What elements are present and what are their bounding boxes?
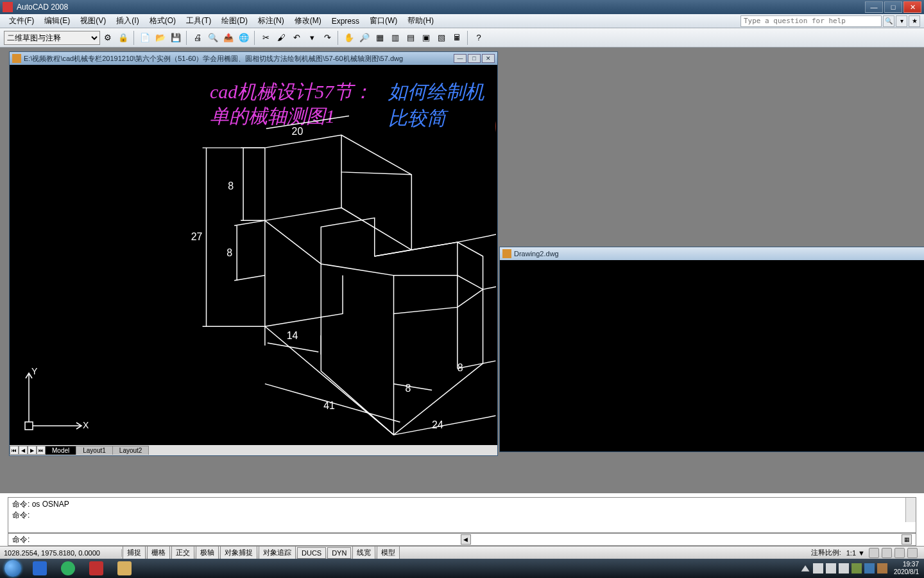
close-button[interactable]: ✕ [903, 1, 921, 13]
tray-network-icon[interactable] [826, 563, 836, 574]
toggle-otrack[interactable]: 对象追踪 [259, 546, 296, 559]
tab-prev-icon[interactable]: ◀ [19, 446, 28, 455]
svg-line-18 [394, 384, 432, 390]
tray-time: 19:37 [894, 561, 919, 568]
markup-icon[interactable]: ▧ [434, 31, 449, 45]
command-line-2: 命令: [12, 510, 912, 521]
coordinate-display[interactable]: 1028.2554, 1975.8180, 0.0000 [0, 549, 122, 557]
drawing1-titlebar[interactable]: E:\视频教程\cad机械专栏20191210\第六个实例（51-60）学会用椭… [10, 52, 497, 65]
workspace-lock-icon[interactable]: 🔒 [116, 31, 130, 45]
tray-app-icon[interactable] [851, 563, 862, 574]
favorites-icon[interactable]: ★ [909, 15, 920, 27]
drawing1-maximize-button[interactable]: □ [468, 54, 481, 63]
command-history[interactable]: 命令: os OSNAP 命令: [8, 497, 916, 533]
drawing1-minimize-button[interactable]: — [454, 54, 466, 63]
menu-window[interactable]: 窗口(W) [364, 14, 402, 28]
tray-app3-icon[interactable] [877, 563, 887, 574]
toggle-model[interactable]: 模型 [377, 546, 400, 559]
tray-flag-icon[interactable] [813, 563, 823, 574]
3dprint-icon[interactable]: 🌐 [237, 31, 251, 45]
menu-edit[interactable]: 编辑(E) [39, 14, 75, 28]
workspace-select[interactable]: 二维草图与注释 [4, 31, 100, 45]
save-icon[interactable]: 💾 [169, 31, 183, 45]
maximize-button[interactable]: □ [884, 1, 902, 13]
drawing2-canvas[interactable] [500, 260, 924, 451]
toggle-ortho[interactable]: 正交 [171, 546, 194, 559]
menu-dimension[interactable]: 标注(N) [253, 14, 289, 28]
lock-ui-icon[interactable] [894, 548, 905, 558]
svg-text:8: 8 [458, 362, 463, 373]
toggle-ducs[interactable]: DUCS [297, 547, 326, 559]
command-input[interactable]: 命令: ◀ ▦ [8, 533, 916, 546]
toggle-grid[interactable]: 栅格 [147, 546, 170, 559]
svg-line-16 [483, 283, 496, 290]
annovisibility-icon[interactable] [869, 548, 879, 558]
toggle-polar[interactable]: 极轴 [196, 546, 219, 559]
zoom-icon[interactable]: 🔎 [357, 31, 372, 45]
tab-last-icon[interactable]: ⏭ [37, 446, 46, 455]
command-scrollbar[interactable] [905, 498, 916, 522]
taskbar-app-autocad[interactable] [83, 559, 109, 577]
tab-layout2[interactable]: Layout2 [112, 446, 150, 455]
undo-dropdown-icon[interactable]: ▾ [305, 31, 319, 45]
autoscale-icon[interactable] [882, 548, 892, 558]
help-icon[interactable]: ? [472, 31, 486, 45]
command-menu-icon[interactable]: ◀ [461, 534, 471, 545]
new-icon[interactable]: 📄 [138, 31, 152, 45]
help-search-input[interactable] [740, 15, 882, 27]
plot-preview-icon[interactable]: 🔍 [206, 31, 220, 45]
menu-express[interactable]: Express [327, 15, 364, 27]
drawing2-titlebar[interactable]: Drawing2.dwg [500, 247, 924, 260]
undo-icon[interactable]: ↶ [289, 31, 304, 45]
drawing1-canvas[interactable]: cad机械设计57节： 如何绘制机比较简 单的械轴测图1 ↖ [11, 65, 496, 445]
tab-first-icon[interactable]: ⏮ [10, 446, 19, 455]
print-icon[interactable]: 🖨 [191, 31, 205, 45]
menu-file[interactable]: 文件(F) [4, 14, 39, 28]
svg-line-7 [234, 276, 265, 281]
tool-palettes-icon[interactable]: ▥ [388, 31, 402, 45]
clean-screen-icon[interactable] [907, 548, 918, 558]
toggle-snap[interactable]: 捕捉 [123, 546, 146, 559]
minimize-button[interactable]: — [865, 1, 883, 13]
menu-modify[interactable]: 修改(M) [289, 14, 327, 28]
menu-view[interactable]: 视图(V) [75, 14, 111, 28]
taskbar-app-explorer[interactable] [112, 559, 137, 577]
toggle-lwt[interactable]: 线宽 [352, 546, 375, 559]
open-icon[interactable]: 📂 [153, 31, 167, 45]
quickcalc-icon[interactable]: 🖩 [450, 31, 464, 45]
publish-icon[interactable]: 📤 [221, 31, 235, 45]
match-prop-icon[interactable]: 🖌 [274, 31, 288, 45]
taskbar-app-1[interactable] [27, 559, 53, 577]
tray-clock[interactable]: 19:37 2020/8/1 [894, 561, 919, 576]
tray-up-icon[interactable] [800, 563, 810, 574]
comm-center-icon[interactable]: ▾ [896, 15, 907, 27]
tab-layout1[interactable]: Layout1 [76, 446, 113, 455]
toggle-dyn[interactable]: DYN [327, 547, 351, 559]
tray-app2-icon[interactable] [864, 563, 875, 574]
menu-help[interactable]: 帮助(H) [402, 14, 439, 28]
standard-toolbar: 二维草图与注释 ⚙ 🔒 📄 📂 💾 🖨 🔍 📤 🌐 ✂ 🖌 ↶ ▾ ↷ ✋ 🔎 … [0, 28, 924, 48]
start-button[interactable] [0, 559, 26, 578]
dcc-icon[interactable]: ▣ [419, 31, 433, 45]
svg-text:8: 8 [405, 383, 411, 394]
menu-format[interactable]: 格式(O) [144, 14, 181, 28]
dwg-icon [502, 249, 511, 258]
command-recent-icon[interactable]: ▦ [902, 534, 912, 545]
taskbar-app-2[interactable] [55, 559, 81, 577]
menu-insert[interactable]: 插入(I) [111, 14, 144, 28]
search-icon[interactable]: 🔍 [883, 15, 894, 27]
redo-icon[interactable]: ↷ [320, 31, 334, 45]
annoscale-value[interactable]: 1:1 ▼ [846, 549, 865, 557]
tab-next-icon[interactable]: ▶ [28, 446, 37, 455]
menu-tools[interactable]: 工具(T) [181, 14, 216, 28]
toggle-osnap[interactable]: 对象捕捉 [220, 546, 257, 559]
ssm-icon[interactable]: ▦ [373, 31, 387, 45]
menu-draw[interactable]: 绘图(D) [216, 14, 253, 28]
tray-volume-icon[interactable] [839, 563, 849, 574]
cut-icon[interactable]: ✂ [259, 31, 273, 45]
workspace-settings-icon[interactable]: ⚙ [101, 31, 115, 45]
tab-model[interactable]: Model [45, 446, 76, 455]
pan-icon[interactable]: ✋ [342, 31, 356, 45]
properties-icon[interactable]: ▤ [404, 31, 418, 45]
drawing1-close-button[interactable]: ✕ [482, 54, 495, 63]
